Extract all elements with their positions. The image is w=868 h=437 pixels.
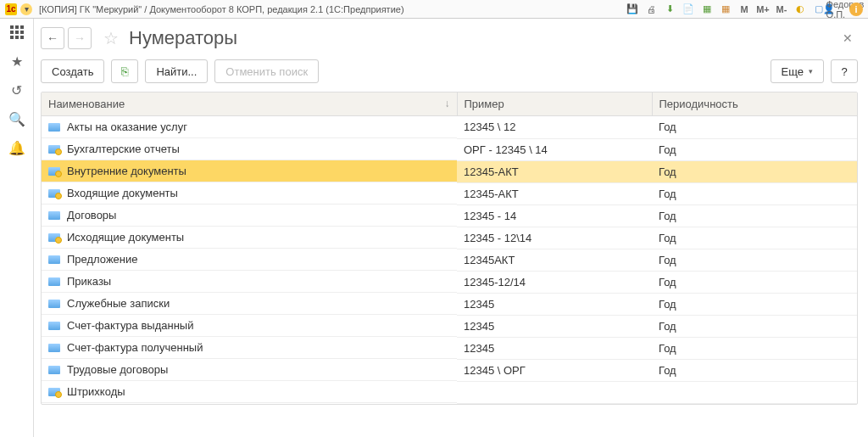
item-icon (48, 167, 60, 176)
sort-indicator-icon: ↓ (445, 98, 450, 109)
export-icon[interactable]: ⬇ (663, 3, 676, 16)
row-example: 12345 - 14 (457, 204, 652, 227)
close-icon[interactable]: ✕ (837, 31, 858, 45)
history-icon[interactable]: ↺ (8, 81, 25, 98)
cancel-search-button[interactable]: Отменить поиск (214, 59, 319, 83)
item-icon (48, 123, 60, 132)
row-period: Год (652, 160, 857, 182)
svg-rect-4 (15, 31, 19, 34)
document-icon[interactable]: 📄 (682, 3, 695, 16)
row-example: 12345 (457, 337, 652, 359)
main-area: ← → ☆ Нумераторы ✕ Создать ⎘ Найти... От… (34, 19, 868, 437)
page-title: Нумераторы (129, 27, 834, 49)
row-period: Год (652, 138, 857, 160)
toolbar-icons: 💾 🖨 ⬇ 📄 ▦ ▦ M M+ M- ◐ ▢ 👤 Федоров О.П. i (626, 3, 863, 16)
svg-rect-6 (10, 36, 14, 39)
row-name: Приказы (67, 275, 111, 288)
column-header-example[interactable]: Пример (457, 92, 652, 116)
data-table: Наименование ↓ Пример Периодичность Акты… (42, 92, 857, 404)
table-row[interactable]: Внутренние документы12345-АКТГод (42, 160, 857, 182)
row-example (457, 381, 652, 403)
table-row[interactable]: Счет-фактура выданный12345Год (42, 315, 857, 337)
item-icon (48, 277, 60, 286)
calendar-icon[interactable]: ▦ (719, 3, 732, 16)
memory-mplus[interactable]: M+ (756, 3, 770, 16)
row-example: 12345 (457, 315, 652, 337)
more-button[interactable]: Еще ▾ (771, 59, 824, 83)
apps-icon[interactable] (8, 24, 25, 41)
data-table-wrap: Наименование ↓ Пример Периодичность Акты… (41, 92, 858, 405)
memory-m[interactable]: M (737, 3, 751, 16)
find-button[interactable]: Найти... (145, 59, 208, 83)
favorite-star-icon[interactable]: ☆ (103, 28, 119, 48)
row-name: Предложение (67, 253, 138, 266)
row-example: 12345 \ ОРГ (457, 359, 652, 381)
svg-rect-3 (10, 31, 14, 34)
row-example: 12345 \ 12 (457, 116, 652, 139)
row-period: Год (652, 227, 857, 249)
item-icon (48, 145, 60, 154)
row-name: Счет-фактура выданный (67, 319, 193, 332)
table-row[interactable]: Приказы12345-12/14Год (42, 271, 857, 293)
row-name: Служебные записки (67, 297, 170, 310)
row-period: Год (652, 182, 857, 204)
table-row[interactable]: Трудовые договоры12345 \ ОРГГод (42, 359, 857, 381)
item-icon (48, 233, 60, 242)
column-header-period[interactable]: Периодичность (652, 92, 857, 116)
svg-rect-2 (20, 25, 24, 29)
help-button[interactable]: ? (831, 59, 858, 83)
dropdown-icon[interactable]: ▾ (20, 3, 32, 15)
row-period: Год (652, 204, 857, 227)
system-titlebar: 1c ▾ [КОПИЯ] ГК "Меркурий" / Документооб… (0, 0, 868, 19)
svg-rect-7 (15, 36, 19, 39)
copy-create-icon: ⎘ (121, 64, 128, 78)
save-icon[interactable]: 💾 (626, 3, 639, 16)
row-name: Трудовые договоры (67, 363, 168, 376)
sidebar: ★ ↺ 🔍 🔔 (0, 19, 34, 437)
table-row[interactable]: Служебные записки12345Год (42, 293, 857, 315)
col-name-label: Наименование (48, 98, 125, 110)
table-row[interactable]: Исходящие документы12345 - 12\14Год (42, 227, 857, 249)
item-icon (48, 366, 60, 374)
table-row[interactable]: Акты на оказание услуг12345 \ 12Год (42, 116, 857, 139)
page-header: ← → ☆ Нумераторы ✕ (41, 24, 858, 56)
item-icon (48, 322, 60, 330)
bell-icon[interactable]: 🔔 (8, 139, 25, 156)
refresh-button[interactable]: ⎘ (111, 59, 138, 83)
row-name: Штрихкоды (67, 385, 125, 398)
row-period: Год (652, 293, 857, 315)
row-name: Исходящие документы (67, 231, 184, 244)
item-icon (48, 300, 60, 308)
row-example: 12345-12/14 (457, 271, 652, 293)
table-row[interactable]: Входящие документы12345-АКТГод (42, 182, 857, 204)
table-row[interactable]: Штрихкоды (42, 381, 857, 403)
user-label[interactable]: 👤 Федоров О.П. (831, 3, 844, 16)
table-row[interactable]: Бухгалтерские отчетыОРГ - 12345 \ 14Год (42, 138, 857, 160)
item-icon (48, 189, 60, 198)
memory-mminus[interactable]: M- (775, 3, 788, 16)
row-period: Год (652, 359, 857, 381)
item-icon (48, 388, 60, 396)
row-period: Год (652, 315, 857, 337)
print-icon[interactable]: 🖨 (644, 3, 658, 16)
search-icon[interactable]: 🔍 (8, 110, 25, 127)
window-title: [КОПИЯ] ГК "Меркурий" / Документооборот … (39, 4, 622, 14)
star-icon[interactable]: ★ (8, 53, 25, 70)
info-icon[interactable]: i (849, 3, 863, 16)
calculator-icon[interactable]: ▦ (700, 3, 714, 16)
nav-forward-button[interactable]: → (68, 27, 92, 49)
action-toolbar: Создать ⎘ Найти... Отменить поиск Еще ▾ … (41, 56, 858, 92)
clock-icon[interactable]: ◐ (793, 3, 807, 16)
table-row[interactable]: Предложение12345АКТГод (42, 249, 857, 271)
create-button[interactable]: Создать (41, 59, 104, 83)
row-example: 12345-АКТ (457, 182, 652, 204)
row-period: Год (652, 116, 857, 139)
nav-back-button[interactable]: ← (41, 27, 64, 49)
column-header-name[interactable]: Наименование ↓ (42, 92, 457, 116)
item-icon (48, 344, 60, 352)
svg-rect-8 (20, 36, 24, 39)
table-row[interactable]: Счет-фактура полученный12345Год (42, 337, 857, 359)
row-name: Входящие документы (67, 187, 178, 199)
table-row[interactable]: Договоры12345 - 14Год (42, 204, 857, 227)
row-example: 12345 - 12\14 (457, 227, 652, 249)
